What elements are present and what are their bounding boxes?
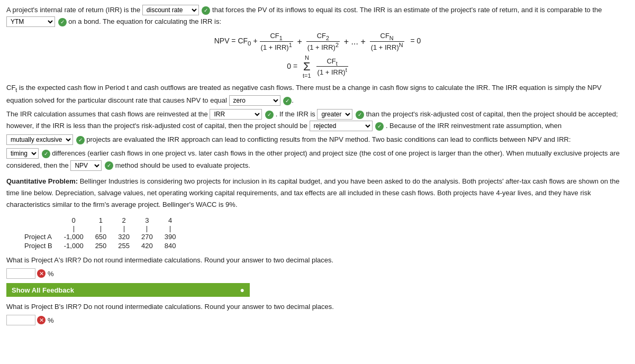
para3-block: The IRR calculation assumes that cash fl… [6, 108, 629, 132]
check-icon-7: ✓ [76, 136, 85, 144]
intro-text-part3: on a bond. The equation for calculating … [68, 17, 221, 25]
project-b-label: Project B [22, 241, 62, 250]
check-icon-3: ✓ [283, 97, 292, 105]
percent-b-label: % [48, 316, 54, 324]
para2-block: CFt is the expected cash flow in Period … [6, 82, 629, 106]
project-a-row: Project A -1,000 650 320 270 390 [22, 232, 185, 241]
para3-text2: . If the IRR is [276, 110, 315, 118]
projects-table: 0 1 2 3 4 Project A -1,000 650 320 270 3… [22, 216, 185, 250]
show-feedback-button[interactable]: Show All Feedback ● [6, 283, 250, 297]
answer-b-row: ✕ % [6, 315, 629, 325]
check-icon-8: ✓ [42, 150, 50, 158]
summation-fraction: CFt (1 + IRR)t [316, 57, 348, 77]
project-a-val-4: 390 [162, 232, 186, 241]
para3-text4: . Because of the IRR reinvestment rate a… [386, 122, 561, 130]
question-b-text: What is Project B's IRR? Do not round in… [6, 301, 629, 313]
timeline-header-row: 0 1 2 3 4 [22, 216, 185, 232]
npv-dropdown[interactable]: NPV IRR MIRR [70, 160, 102, 171]
project-b-val-0: -1,000 [62, 241, 93, 250]
cfn-fraction: CFN (1 + IRR)N [370, 32, 404, 51]
mutually-exclusive-dropdown[interactable]: mutually exclusive independent complemen… [6, 134, 73, 145]
intro-paragraph: A project's internal rate of return (IRR… [6, 4, 629, 28]
para5-text3: method should be used to evaluate projec… [115, 161, 250, 169]
feedback-btn-label: Show All Feedback [12, 286, 74, 294]
cf1-fraction: CF1 (1 + IRR)1 [260, 32, 293, 51]
para4-text2: projects are evaluated the IRR approach … [86, 135, 570, 143]
period-2: 2 [116, 216, 139, 232]
check-icon-4: ✓ [265, 111, 274, 119]
answer-b-input[interactable] [6, 315, 35, 325]
para3-text1: The IRR calculation assumes that cash fl… [6, 110, 208, 118]
project-a-val-0: -1,000 [62, 232, 93, 241]
intro-text-part2: that forces the PV of its inflows to equ… [212, 6, 602, 14]
formula-section: NPV = CF0 + CF1 (1 + IRR)1 + CF2 (1 + IR… [6, 32, 629, 79]
question-a-text: What is Project A's IRR? Do not round in… [6, 254, 629, 266]
check-icon-9: ✓ [105, 161, 113, 170]
clear-b-button[interactable]: ✕ [37, 316, 46, 324]
plus-dots: + ... + [344, 37, 366, 46]
period-4: 4 [162, 216, 186, 232]
period-3: 3 [139, 216, 162, 232]
check-icon-5: ✓ [356, 111, 364, 119]
quantitative-paragraph: Quantitative Problem: Bellinger Industri… [6, 176, 629, 211]
project-a-val-1: 650 [93, 232, 116, 241]
para5-block: timing size scale ✓ differences (earlier… [6, 148, 629, 171]
project-a-val-3: 270 [139, 232, 162, 241]
plus-1: + [297, 37, 302, 46]
cf2-fraction: CF2 (1 + IRR)2 [306, 32, 340, 51]
project-a-val-2: 320 [116, 232, 139, 241]
period-0: 0 [62, 216, 93, 232]
rejected-dropdown[interactable]: rejected accepted evaluated further [310, 121, 373, 131]
npv-eq-label: NPV = CF0 + [214, 37, 258, 45]
greater-dropdown[interactable]: greater less equal [317, 109, 352, 120]
summation-symbol: N Σ t=1 [303, 54, 311, 79]
formula-line-1: NPV = CF0 + CF1 (1 + IRR)1 + CF2 (1 + IR… [6, 32, 629, 51]
irr-dropdown[interactable]: IRR WACC cost of equity [210, 109, 262, 120]
check-icon-6: ✓ [375, 122, 384, 131]
summation-zero-label: 0 = [287, 62, 300, 70]
zero-dropdown[interactable]: zero one negative one [229, 95, 280, 106]
intro-text-part1: A project's internal rate of return (IRR… [6, 6, 140, 14]
answer-a-row: ✕ % [6, 268, 629, 279]
para2-text: is the expected cash flow in Period t an… [6, 84, 602, 104]
label-spacer [22, 216, 62, 232]
project-a-label: Project A [22, 232, 62, 241]
ytm-dropdown[interactable]: YTM coupon rate [6, 16, 55, 27]
check-icon-1: ✓ [202, 6, 210, 15]
quantitative-text: Bellinger Industries is considering two … [6, 177, 620, 208]
project-b-val-4: 840 [162, 241, 186, 250]
equals-zero-1: = 0 [410, 37, 421, 45]
percent-a-label: % [48, 270, 54, 278]
project-b-val-1: 250 [93, 241, 116, 250]
project-b-row: Project B -1,000 250 255 420 840 [22, 241, 185, 250]
project-b-val-3: 420 [139, 241, 162, 250]
feedback-arrow-icon: ● [240, 286, 244, 294]
discount-rate-dropdown[interactable]: discount rate required return cost of ca… [142, 5, 199, 15]
check-icon-2: ✓ [58, 18, 67, 26]
answer-a-input[interactable] [6, 268, 35, 279]
cf-t-label: CFt [6, 84, 17, 92]
formula-line-2: 0 = N Σ t=1 CFt (1 + IRR)t [6, 54, 629, 79]
period-1: 1 [93, 216, 116, 232]
quantitative-bold: Quantitative Problem: [6, 177, 78, 185]
project-b-val-2: 255 [116, 241, 139, 250]
timing-dropdown[interactable]: timing size scale [6, 148, 39, 159]
clear-a-button[interactable]: ✕ [37, 269, 46, 278]
para4-block: mutually exclusive independent complemen… [6, 134, 629, 145]
